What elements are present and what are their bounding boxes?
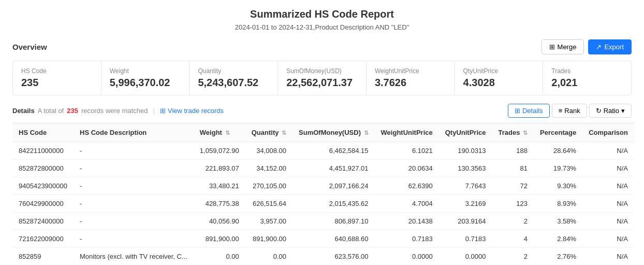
cell-weight-unit-price: 0.0000 xyxy=(375,248,439,266)
table-row: 842211000000 - 1,059,072.90 34,008.00 6,… xyxy=(12,142,634,160)
cell-quantity: 3,957.00 xyxy=(245,213,292,230)
details-tab-icon: ⊞ xyxy=(515,107,520,115)
cell-description: - xyxy=(74,230,194,248)
cell-hs-code: 842211000000 xyxy=(12,142,74,160)
cell-description: - xyxy=(74,195,194,213)
table-header: HS Code HS Code Description Weight ⇅ Qua… xyxy=(12,123,634,142)
cell-description: - xyxy=(74,160,194,177)
cell-trades: 4 xyxy=(492,230,534,248)
view-link-icon: ⊞ xyxy=(160,107,166,115)
cell-hs-code: 760429900000 xyxy=(12,195,74,213)
cell-weight: 33,480.21 xyxy=(194,177,245,195)
col-sum-money[interactable]: SumOfMoney(USD) ⇅ xyxy=(292,123,375,142)
table-row: 852872400000 - 40,056.90 3,957.00 806,89… xyxy=(12,213,634,230)
total-text: A total of xyxy=(38,107,64,115)
stat-card-trades: Trades2,021 xyxy=(543,61,631,95)
cell-trades: 81 xyxy=(492,160,534,177)
cell-qty-unit-price: 190.0313 xyxy=(439,142,492,160)
view-trade-records-link[interactable]: ⊞ View trade records xyxy=(160,107,224,115)
cell-weight: 40,056.90 xyxy=(194,213,245,230)
cell-weight: 428,775.38 xyxy=(194,195,245,213)
cell-hs-code: 852859 xyxy=(12,248,74,266)
table-row: 852872800000 - 221,893.07 34,152.00 4,45… xyxy=(12,160,634,177)
cell-percentage: 19.73% xyxy=(534,160,582,177)
cell-percentage: 3.58% xyxy=(534,213,582,230)
cell-sum-money: 806,897.10 xyxy=(292,213,375,230)
cell-quantity: 0.00 xyxy=(245,248,292,266)
export-icon: ↗ xyxy=(596,43,602,51)
cell-weight-unit-price: 0.7183 xyxy=(375,230,439,248)
cell-weight: 0.00 xyxy=(194,248,245,266)
cell-comparison: N/A xyxy=(582,248,634,266)
cell-trades: 72 xyxy=(492,177,534,195)
cell-sum-money: 4,451,927.01 xyxy=(292,160,375,177)
cell-description: - xyxy=(74,213,194,230)
page-subtitle: 2024-01-01 to 2024-12-31,Product Descrip… xyxy=(12,23,632,31)
divider: | xyxy=(153,107,155,115)
col-weight-unit-price: WeightUnitPrice xyxy=(375,123,439,142)
table-row: 852859 Monitors (excl. with TV receiver,… xyxy=(12,248,634,266)
matched-text: records were matched xyxy=(81,107,148,115)
cell-qty-unit-price: 3.2169 xyxy=(439,195,492,213)
cell-hs-code: 852872800000 xyxy=(12,160,74,177)
tab-rank[interactable]: ≡ Rank xyxy=(552,104,587,118)
stat-card-hs-code: HS Code235 xyxy=(13,61,101,95)
cell-percentage: 2.76% xyxy=(534,248,582,266)
rank-tab-icon: ≡ xyxy=(559,107,563,115)
cell-hs-code: 721622009000 xyxy=(12,230,74,248)
cell-qty-unit-price: 130.3563 xyxy=(439,160,492,177)
table-row: 9405423900000 - 33,480.21 270,105.00 2,0… xyxy=(12,177,634,195)
cell-quantity: 270,105.00 xyxy=(245,177,292,195)
cell-weight-unit-price: 6.1021 xyxy=(375,142,439,160)
col-weight[interactable]: Weight ⇅ xyxy=(194,123,245,142)
details-count: 235 xyxy=(67,107,78,115)
cell-quantity: 34,008.00 xyxy=(245,142,292,160)
cell-trades: 123 xyxy=(492,195,534,213)
stat-card-sumofmoney-usd-: SumOfMoney(USD)22,562,071.37 xyxy=(278,61,367,95)
export-button[interactable]: ↗ Export xyxy=(588,39,632,54)
cell-weight: 221,893.07 xyxy=(194,160,245,177)
overview-label: Overview xyxy=(12,43,47,51)
cell-sum-money: 6,462,584.15 xyxy=(292,142,375,160)
details-label: Details xyxy=(12,107,35,115)
cell-quantity: 34,152.00 xyxy=(245,160,292,177)
col-percentage: Percentage xyxy=(534,123,582,142)
cell-percentage: 2.84% xyxy=(534,230,582,248)
cell-comparison: N/A xyxy=(582,160,634,177)
cell-comparison: N/A xyxy=(582,230,634,248)
col-comparison: Comparison xyxy=(582,123,634,142)
cell-description: - xyxy=(74,177,194,195)
cell-qty-unit-price: 7.7643 xyxy=(439,177,492,195)
stats-row: HS Code235Weight5,996,370.02Quantity5,24… xyxy=(12,61,632,95)
tab-details[interactable]: ⊞ Details xyxy=(508,104,550,118)
stat-card-quantity: Quantity5,243,607.52 xyxy=(189,61,278,95)
cell-description: Monitors (excl. with TV receiver, C... xyxy=(74,248,194,266)
cell-comparison: N/A xyxy=(582,213,634,230)
cell-percentage: 28.64% xyxy=(534,142,582,160)
cell-comparison: N/A xyxy=(582,177,634,195)
merge-button[interactable]: ⊞ Merge xyxy=(541,39,584,54)
cell-weight: 891,900.00 xyxy=(194,230,245,248)
col-trades[interactable]: Trades ⇅ xyxy=(492,123,534,142)
cell-qty-unit-price: 0.7183 xyxy=(439,230,492,248)
cell-percentage: 9.30% xyxy=(534,177,582,195)
col-quantity[interactable]: Quantity ⇅ xyxy=(245,123,292,142)
table-row: 721622009000 - 891,900.00 891,900.00 640… xyxy=(12,230,634,248)
table-row: 760429900000 - 428,775.38 626,515.64 2,0… xyxy=(12,195,634,213)
cell-sum-money: 2,015,435.62 xyxy=(292,195,375,213)
ratio-dropdown-icon: ▾ xyxy=(621,107,625,115)
cell-quantity: 891,900.00 xyxy=(245,230,292,248)
cell-comparison: N/A xyxy=(582,195,634,213)
cell-weight-unit-price: 20.1438 xyxy=(375,213,439,230)
cell-sum-money: 2,097,166.24 xyxy=(292,177,375,195)
tab-ratio[interactable]: ↻ Ratio ▾ xyxy=(589,104,632,118)
tab-group: ⊞ Details ≡ Rank ↻ Ratio ▾ xyxy=(508,104,632,118)
cell-hs-code: 852872400000 xyxy=(12,213,74,230)
cell-hs-code: 9405423900000 xyxy=(12,177,74,195)
merge-icon: ⊞ xyxy=(549,43,555,51)
cell-weight: 1,059,072.90 xyxy=(194,142,245,160)
cell-trades: 188 xyxy=(492,142,534,160)
stat-card-qtyunitprice: QtyUnitPrice4.3028 xyxy=(455,61,544,95)
col-description: HS Code Description xyxy=(74,123,194,142)
cell-trades: 2 xyxy=(492,248,534,266)
